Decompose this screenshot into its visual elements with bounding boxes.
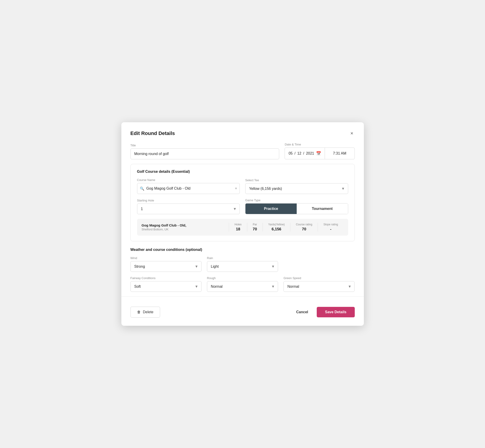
delete-label: Delete <box>143 310 154 314</box>
game-type-toggle: Practice Tournament <box>245 203 348 214</box>
rough-group: Rough ShortNormalLong ▼ <box>207 276 278 292</box>
date-sep1: / <box>294 151 295 155</box>
calendar-icon[interactable]: 📅 <box>316 151 321 156</box>
date-time-label: Date & Time <box>285 143 355 146</box>
course-rating-label: Course rating <box>296 223 312 226</box>
wind-rain-row: Wind NoneLightModerateStrong ▼ Rain None… <box>130 256 355 272</box>
title-group: Title <box>130 144 279 159</box>
par-value: 70 <box>253 227 257 232</box>
starting-hole-wrapper: 1234 5678 910 ▼ <box>137 203 240 214</box>
yards-stat: Yards(Yellow) 6,156 <box>263 223 290 232</box>
delete-button[interactable]: 🗑 Delete <box>130 307 160 318</box>
par-label: Par <box>253 223 257 226</box>
date-sep2: / <box>303 151 304 155</box>
title-label: Title <box>130 144 279 147</box>
title-input[interactable] <box>130 148 279 159</box>
time-part[interactable]: 7:31 AM <box>325 148 355 159</box>
modal-title: Edit Round Details <box>130 130 175 136</box>
course-tee-row: Course Name 🔍 × Select Tee Yellow (6,156… <box>137 178 348 194</box>
course-name-label: Course Name <box>137 178 240 182</box>
course-name-wrapper: 🔍 × <box>137 183 240 194</box>
golf-course-section: Golf Course details (Essential) Course N… <box>130 164 355 241</box>
slope-rating-stat: Slope rating - <box>318 223 343 232</box>
modal-header: Edit Round Details × <box>130 130 355 136</box>
tournament-button[interactable]: Tournament <box>297 203 348 214</box>
yards-value: 6,156 <box>272 227 282 232</box>
course-info-bar: Gog Magog Golf Club - Old, Shelford Bott… <box>137 219 348 236</box>
info-course-name: Gog Magog Golf Club - Old, <box>142 223 229 227</box>
wind-group: Wind NoneLightModerateStrong ▼ <box>130 256 202 272</box>
date-time-input: 05 / 12 / 2021 📅 7:31 AM <box>285 147 355 159</box>
weather-title: Weather and course conditions (optional) <box>130 248 355 252</box>
starting-hole-label: Starting Hole <box>137 199 240 202</box>
select-tee-group: Select Tee Yellow (6,156 yards) White Re… <box>245 178 348 194</box>
slope-rating-value: - <box>330 227 331 232</box>
tee-select-wrapper: Yellow (6,156 yards) White Red ▼ <box>245 183 348 194</box>
starting-hole-group: Starting Hole 1234 5678 910 ▼ <box>137 199 240 214</box>
game-type-label: Game Type <box>245 199 348 202</box>
rain-group: Rain NoneLightModerateHeavy ▼ <box>207 256 278 272</box>
date-year: 2021 <box>306 151 314 155</box>
rough-select-wrapper: ShortNormalLong ▼ <box>207 281 278 292</box>
course-name-input[interactable] <box>137 183 240 194</box>
green-speed-select[interactable]: SlowNormalFastVery Fast <box>283 281 355 292</box>
info-location: Shelford Bottom, UK <box>142 228 229 231</box>
rough-label: Rough <box>207 276 278 280</box>
edit-round-modal: Edit Round Details × Title Date & Time 0… <box>121 122 364 326</box>
date-part[interactable]: 05 / 12 / 2021 📅 <box>285 148 325 159</box>
course-name-group: Course Name 🔍 × <box>137 178 240 194</box>
select-tee-label: Select Tee <box>245 178 348 182</box>
green-speed-label: Green Speed <box>283 276 355 280</box>
time-value: 7:31 AM <box>333 151 346 155</box>
rain-select[interactable]: NoneLightModerateHeavy <box>207 261 278 272</box>
title-date-row: Title Date & Time 05 / 12 / 2021 📅 7:31 … <box>130 143 355 159</box>
cancel-button[interactable]: Cancel <box>294 307 310 317</box>
holes-value: 18 <box>236 227 240 232</box>
holes-stat: Holes 18 <box>229 223 247 232</box>
tee-select[interactable]: Yellow (6,156 yards) White Red <box>245 183 348 194</box>
footer-right: Cancel Save Details <box>294 307 355 317</box>
fairway-select[interactable]: HardFirmNormalSoftWet <box>130 281 202 292</box>
save-button[interactable]: Save Details <box>317 307 355 317</box>
golf-course-title: Golf Course details (Essential) <box>137 170 348 174</box>
game-type-group: Game Type Practice Tournament <box>245 199 348 214</box>
rain-select-wrapper: NoneLightModerateHeavy ▼ <box>207 261 278 272</box>
hole-gametype-row: Starting Hole 1234 5678 910 ▼ Game Type … <box>137 199 348 214</box>
rain-label: Rain <box>207 256 278 260</box>
yards-label: Yards(Yellow) <box>268 223 285 226</box>
date-time-group: Date & Time 05 / 12 / 2021 📅 7:31 AM <box>285 143 355 159</box>
fairway-group: Fairway Conditions HardFirmNormalSoftWet… <box>130 276 202 292</box>
course-rating-stat: Course rating 70 <box>290 223 318 232</box>
green-speed-group: Green Speed SlowNormalFastVery Fast ▼ <box>283 276 355 292</box>
wind-select[interactable]: NoneLightModerateStrong <box>130 261 202 272</box>
footer-divider <box>121 296 364 297</box>
fairway-rough-green-row: Fairway Conditions HardFirmNormalSoftWet… <box>130 276 355 292</box>
trash-icon: 🗑 <box>137 310 141 314</box>
par-stat: Par 70 <box>247 223 263 232</box>
wind-select-wrapper: NoneLightModerateStrong ▼ <box>130 261 202 272</box>
holes-label: Holes <box>234 223 242 226</box>
date-day: 12 <box>297 151 301 155</box>
footer-row: 🗑 Delete Cancel Save Details <box>130 303 355 318</box>
clear-icon[interactable]: × <box>235 186 237 191</box>
starting-hole-select[interactable]: 1234 5678 910 <box>137 203 240 214</box>
weather-section: Weather and course conditions (optional)… <box>130 248 355 292</box>
wind-label: Wind <box>130 256 202 260</box>
slope-rating-label: Slope rating <box>323 223 338 226</box>
search-icon: 🔍 <box>140 186 144 191</box>
rough-select[interactable]: ShortNormalLong <box>207 281 278 292</box>
date-month: 05 <box>289 151 293 155</box>
practice-button[interactable]: Practice <box>245 203 297 214</box>
green-speed-select-wrapper: SlowNormalFastVery Fast ▼ <box>283 281 355 292</box>
course-rating-value: 70 <box>302 227 306 232</box>
close-button[interactable]: × <box>349 130 355 136</box>
course-info-name: Gog Magog Golf Club - Old, Shelford Bott… <box>142 223 229 231</box>
fairway-label: Fairway Conditions <box>130 276 202 280</box>
fairway-select-wrapper: HardFirmNormalSoftWet ▼ <box>130 281 202 292</box>
